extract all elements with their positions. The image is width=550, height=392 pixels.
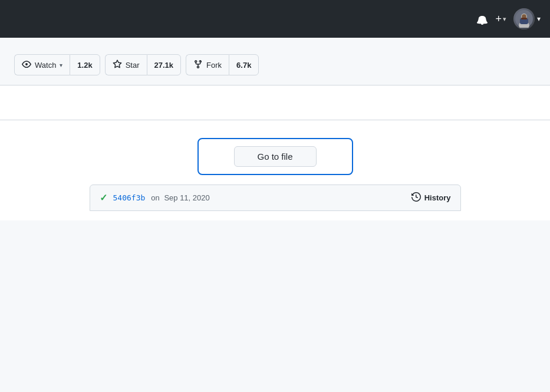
watch-caret: ▾ [60, 62, 62, 68]
commit-row: ✓ 5406f3b on Sep 11, 2020 History [90, 185, 461, 211]
divider-section [0, 85, 550, 120]
repo-header: Watch ▾ 1.2k Star 27.1k [0, 38, 550, 75]
svg-rect-6 [521, 18, 527, 19]
avatar-image [513, 8, 535, 29]
star-button[interactable]: Star [105, 54, 147, 75]
plus-caret: ▾ [503, 15, 506, 23]
plus-icon: + [495, 13, 502, 25]
star-count[interactable]: 27.1k [147, 54, 182, 75]
commit-date-value: Sep 11, 2020 [164, 193, 209, 202]
commit-status-icon: ✓ [100, 192, 107, 203]
fork-button[interactable]: Fork [186, 54, 229, 75]
action-buttons-row: Watch ▾ 1.2k Star 27.1k [14, 54, 536, 75]
eye-icon [22, 60, 31, 71]
fork-icon [193, 60, 203, 71]
watch-count[interactable]: 1.2k [70, 54, 100, 75]
star-icon [113, 60, 122, 71]
star-label: Star [126, 61, 140, 70]
avatar-caret[interactable]: ▾ [537, 15, 541, 23]
fork-button-group: Fork 6.7k [186, 54, 259, 75]
fork-count[interactable]: 6.7k [229, 54, 259, 75]
commit-section: ✓ 5406f3b on Sep 11, 2020 History [0, 175, 550, 220]
watch-label: Watch [35, 61, 56, 70]
star-button-group: Star 27.1k [105, 54, 181, 75]
new-menu[interactable]: + ▾ [495, 13, 506, 25]
goto-file-section: Go to file [0, 120, 550, 175]
history-icon [411, 192, 421, 203]
history-label: History [424, 193, 451, 202]
watch-button-group: Watch ▾ 1.2k [14, 54, 100, 75]
commit-hash[interactable]: 5406f3b [113, 193, 146, 202]
fork-label: Fork [206, 61, 222, 70]
watch-button[interactable]: Watch ▾ [14, 54, 70, 75]
history-button[interactable]: History [411, 192, 451, 203]
goto-file-highlight: Go to file [197, 138, 353, 175]
topbar: + ▾ ▾ [0, 0, 550, 38]
avatar[interactable] [513, 8, 535, 29]
goto-file-label: Go to file [257, 151, 292, 162]
commit-date-prefix: on [151, 193, 159, 202]
commit-date: on Sep 11, 2020 [151, 193, 209, 202]
goto-file-button[interactable]: Go to file [234, 146, 317, 167]
notifications-icon[interactable] [476, 13, 488, 25]
